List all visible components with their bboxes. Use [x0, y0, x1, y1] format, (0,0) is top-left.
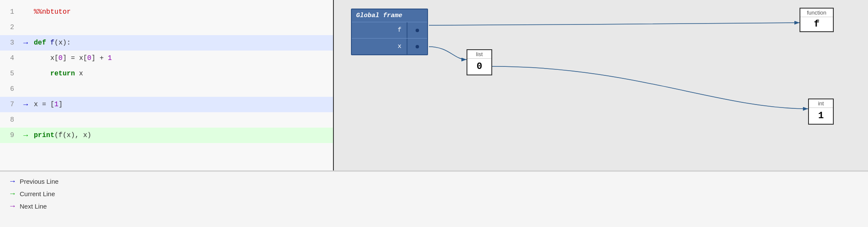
code-line-3: 3 → def f(x): — [0, 35, 333, 51]
code-line-6: 6 — [0, 81, 333, 97]
line-num-9: 9 — [0, 131, 19, 139]
line-arrow-7: → — [19, 100, 32, 109]
line-num-8: 8 — [0, 116, 19, 124]
code-line-9: 9 → print(f(x), x) — [0, 128, 333, 143]
code-panel: 1 %%nbtutor 2 3 → def f(x): 4 x[0] = x[0… — [0, 0, 334, 170]
int-label: int — [809, 99, 833, 108]
code-line-1: 1 %%nbtutor — [0, 4, 333, 20]
function-value: f — [800, 17, 833, 31]
arrow-dot-f — [416, 29, 419, 32]
legend-arrow-green: → — [9, 189, 16, 198]
legend-arrow-purple: → — [9, 202, 16, 211]
line-num-1: 1 — [0, 8, 19, 16]
code-line-2: 2 — [0, 20, 333, 35]
line-num-6: 6 — [0, 85, 19, 93]
function-box: function f — [800, 8, 834, 32]
frame-row-f: f — [352, 22, 427, 38]
legend-item-next: → Next Line — [9, 202, 859, 211]
legend-arrow-blue: → — [9, 177, 16, 186]
code-line-4: 4 x[0] = x[0] + 1 — [0, 51, 333, 66]
legend-item-previous: → Previous Line — [9, 177, 859, 186]
int-value: 1 — [809, 108, 833, 124]
line-num-2: 2 — [0, 24, 19, 31]
code-line-7: 7 → x = [1] — [0, 97, 333, 112]
function-label: function — [800, 9, 833, 17]
legend-label-current: Current Line — [20, 190, 55, 197]
line-content-3: def f(x): — [32, 39, 71, 47]
line-arrow-9: → — [19, 131, 32, 140]
line-num-3: 3 — [0, 39, 19, 47]
code-line-8: 8 — [0, 112, 333, 128]
line-num-4: 4 — [0, 54, 19, 62]
int-box: int 1 — [808, 99, 834, 125]
main-container: 1 %%nbtutor 2 3 → def f(x): 4 x[0] = x[0… — [0, 0, 868, 227]
legend-panel: → Previous Line → Current Line → Next Li… — [0, 171, 868, 227]
line-content-7: x = [1] — [32, 101, 62, 108]
line-arrow-3: → — [19, 39, 32, 47]
arrow-dot-x — [416, 45, 419, 48]
list-value: 0 — [467, 58, 491, 75]
line-content-5: return x — [32, 70, 83, 78]
code-viz-area: 1 %%nbtutor 2 3 → def f(x): 4 x[0] = x[0… — [0, 0, 868, 171]
line-content-9: print(f(x), x) — [32, 131, 91, 139]
frame-key-x: x — [352, 43, 407, 50]
line-num-7: 7 — [0, 101, 19, 108]
line-content-4: x[0] = x[0] + 1 — [32, 54, 112, 62]
list-box: list 0 — [467, 49, 492, 75]
legend-label-next: Next Line — [20, 203, 47, 210]
global-frame-rows: f x — [352, 22, 427, 54]
global-frame-title: Global frame — [352, 9, 427, 22]
frame-key-f: f — [352, 27, 407, 34]
legend-item-current: → Current Line — [9, 189, 859, 198]
line-content-1: %%nbtutor — [32, 8, 71, 16]
list-label: list — [467, 50, 491, 58]
global-frame: Global frame f x — [351, 9, 428, 55]
frame-val-f — [407, 22, 427, 38]
frame-row-x: x — [352, 38, 427, 54]
legend-label-previous: Previous Line — [20, 178, 59, 185]
line-num-5: 5 — [0, 70, 19, 78]
frame-val-x — [407, 39, 427, 54]
code-line-5: 5 return x — [0, 66, 333, 81]
viz-panel: Global frame f x — [334, 0, 868, 170]
